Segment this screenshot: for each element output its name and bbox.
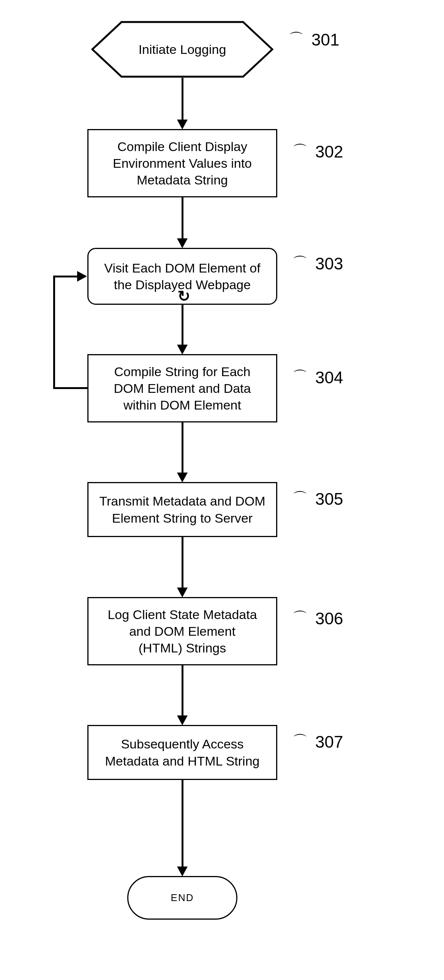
node-log-client-state: Log Client State Metadata and DOM Elemen… [87, 597, 277, 665]
node-subsequently-access: Subsequently Access Metadata and HTML St… [87, 725, 277, 780]
node-label-305: 305 [315, 490, 343, 509]
arrow [182, 422, 184, 474]
node-label-306: 306 [315, 609, 343, 628]
label-connector-icon: ⌒ [292, 488, 308, 509]
node-compile-string-each-dom: Compile String for Each DOM Element and … [87, 354, 277, 422]
node-end: END [127, 876, 237, 920]
arrow-head-icon [177, 716, 188, 725]
loop-back-line [53, 276, 55, 389]
arrow [182, 665, 184, 717]
node-text: Initiate Logging [139, 42, 226, 57]
node-initiate-logging: Initiate Logging [91, 21, 273, 78]
node-text: Subsequently Access Metadata and HTML St… [105, 735, 260, 769]
node-label-307: 307 [315, 733, 343, 751]
loop-back-line [53, 275, 78, 277]
label-connector-icon: ⌒ [289, 29, 304, 49]
label-connector-icon: ⌒ [292, 140, 308, 161]
arrow [182, 780, 184, 867]
node-text: Transmit Metadata and DOM Element String… [99, 493, 265, 526]
arrow [182, 305, 184, 345]
node-text: Log Client State Metadata and DOM Elemen… [107, 606, 257, 657]
label-connector-icon: ⌒ [292, 366, 308, 387]
arrow-head-icon [177, 867, 188, 877]
node-label-304: 304 [315, 368, 343, 387]
loop-icon: ↺ [177, 287, 190, 305]
label-connector-icon: ⌒ [292, 252, 308, 273]
node-text: Compile Client Display Environment Value… [113, 138, 252, 189]
loop-back-line [53, 387, 87, 389]
arrow-head-icon [77, 271, 87, 282]
label-connector-icon: ⌒ [292, 731, 308, 751]
arrow-head-icon [177, 119, 188, 129]
arrow [182, 78, 184, 119]
node-label-302: 302 [315, 142, 343, 161]
arrow [182, 537, 184, 588]
flowchart-canvas: Initiate Logging ⌒ 301 Compile Client Di… [0, 0, 444, 980]
node-label-303: 303 [315, 254, 343, 273]
node-label-301: 301 [311, 30, 339, 49]
node-transmit-metadata: Transmit Metadata and DOM Element String… [87, 482, 277, 537]
label-connector-icon: ⌒ [292, 607, 308, 628]
arrow-head-icon [177, 345, 188, 355]
node-text: Compile String for Each DOM Element and … [114, 363, 251, 414]
arrow-head-icon [177, 587, 188, 597]
node-compile-client-display: Compile Client Display Environment Value… [87, 129, 277, 197]
arrow-head-icon [177, 239, 188, 248]
arrow-head-icon [177, 473, 188, 482]
arrow [182, 197, 184, 239]
node-text: END [171, 892, 194, 904]
